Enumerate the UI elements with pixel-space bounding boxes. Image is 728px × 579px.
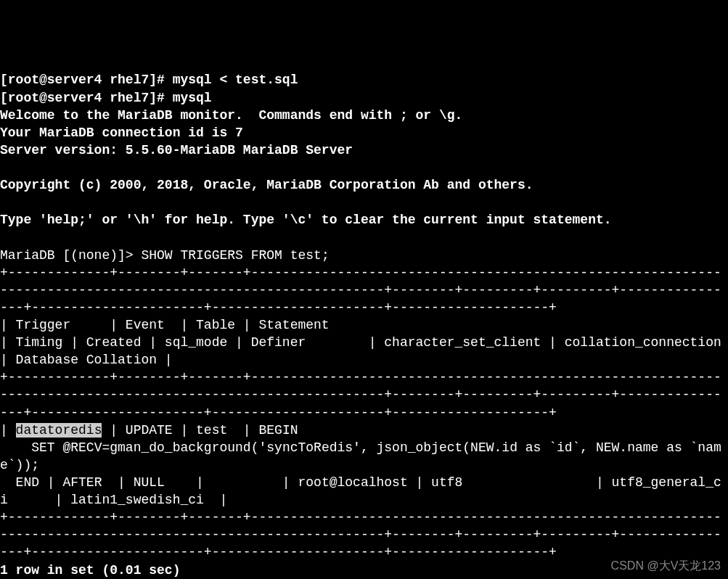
terminal-output: [root@server4 rhel7]# mysql < test.sql […: [0, 71, 728, 578]
table-separator-bottom: +-------------+--------+-------+--------…: [0, 510, 721, 559]
trigger-name-highlighted: datatoredis: [16, 423, 102, 438]
table-separator-mid: +-------------+--------+-------+--------…: [0, 370, 721, 419]
mariadb-prompt: MariaDB [(none)]>: [0, 248, 141, 263]
sql-query: SHOW TRIGGERS FROM test;: [141, 248, 329, 263]
copyright-line: Copyright (c) 2000, 2018, Oracle, MariaD…: [0, 178, 533, 192]
table-separator-top: +-------------+--------+-------+--------…: [0, 266, 721, 315]
row-part-1: | UPDATE | test | BEGIN: [102, 423, 298, 438]
row-prefix: |: [0, 423, 16, 438]
welcome-line-1: Welcome to the MariaDB monitor. Commands…: [0, 108, 462, 123]
row-part-2: SET @RECV=gman_do_background('syncToRedi…: [0, 440, 721, 472]
command-1: mysql < test.sql: [173, 73, 298, 87]
shell-prompt-2: [root@server4 rhel7]#: [0, 91, 173, 105]
result-line: 1 row in set (0.01 sec): [0, 563, 180, 578]
csdn-watermark: CSDN @大V天龙123: [611, 558, 721, 573]
welcome-line-3: Server version: 5.5.60-MariaDB MariaDB S…: [0, 143, 353, 157]
shell-prompt-1: [root@server4 rhel7]#: [0, 73, 173, 87]
welcome-line-2: Your MariaDB connection id is 7: [0, 126, 243, 140]
table-header: | Trigger | Event | Table | Statement | …: [0, 318, 728, 367]
help-line: Type 'help;' or '\h' for help. Type '\c'…: [0, 213, 612, 227]
row-part-3: END | AFTER | NULL | | root@localhost | …: [0, 475, 721, 507]
command-2: mysql: [173, 91, 212, 105]
